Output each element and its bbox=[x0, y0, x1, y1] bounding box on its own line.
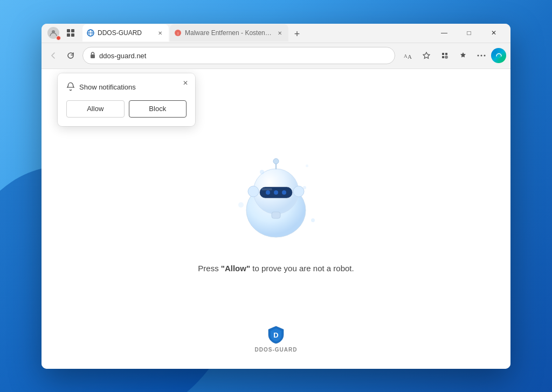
allow-text-highlight: "Allow" bbox=[221, 264, 250, 273]
svg-rect-10 bbox=[91, 54, 95, 58]
more-button[interactable] bbox=[473, 47, 490, 64]
allow-button[interactable]: Allow bbox=[66, 100, 125, 118]
tab-title-2: Malware Entfernen - Kostenlose / bbox=[185, 29, 272, 37]
back-button[interactable] bbox=[46, 48, 61, 63]
svg-point-16 bbox=[445, 56, 448, 59]
new-tab-button[interactable]: + bbox=[289, 26, 305, 42]
svg-point-20 bbox=[494, 51, 503, 60]
url-text: ddos-guard.net bbox=[99, 52, 388, 60]
lock-icon bbox=[89, 51, 96, 60]
svg-rect-4 bbox=[71, 33, 74, 37]
popup-header: Show notifications bbox=[66, 82, 187, 93]
svg-text:D: D bbox=[273, 331, 278, 339]
notification-popup: ✕ Show notifications Allow Block bbox=[58, 73, 195, 126]
robot-text: Press "Allow" to prove you are not a rob… bbox=[198, 264, 354, 273]
tab-ddos-guard[interactable]: DDOS-GUARD ✕ bbox=[82, 24, 169, 42]
svg-text:A: A bbox=[408, 53, 412, 59]
svg-rect-3 bbox=[67, 33, 70, 37]
favorites-button[interactable] bbox=[418, 47, 435, 64]
title-bar: DDOS-GUARD ✕ ! Malware Entfernen - Koste… bbox=[42, 24, 510, 43]
minimize-button[interactable]: — bbox=[432, 24, 457, 42]
title-bar-left bbox=[46, 25, 78, 40]
read-mode-button[interactable]: A A bbox=[399, 47, 417, 64]
svg-rect-27 bbox=[261, 188, 272, 190]
robot-container: Press "Allow" to prove you are not a rob… bbox=[198, 154, 354, 273]
profile-badge bbox=[56, 36, 61, 40]
tab-favicon-2: ! bbox=[174, 29, 182, 37]
tab-close-2[interactable]: ✕ bbox=[275, 29, 284, 37]
tab-title-1: DDOS-GUARD bbox=[98, 29, 153, 37]
collections-button[interactable] bbox=[454, 47, 472, 64]
reload-button[interactable] bbox=[63, 48, 78, 63]
bell-icon bbox=[66, 82, 75, 93]
svg-point-18 bbox=[481, 55, 482, 57]
extensions-button[interactable] bbox=[436, 47, 453, 64]
grid-icon[interactable] bbox=[63, 25, 78, 40]
svg-point-26 bbox=[282, 190, 286, 195]
browser-window: DDOS-GUARD ✕ ! Malware Entfernen - Koste… bbox=[42, 24, 510, 369]
popup-close-button[interactable]: ✕ bbox=[180, 78, 191, 88]
tab-malware[interactable]: ! Malware Entfernen - Kostenlose / ✕ bbox=[170, 24, 288, 42]
popup-title: Show notifications bbox=[79, 83, 136, 91]
svg-point-28 bbox=[248, 186, 259, 197]
svg-text:A: A bbox=[404, 53, 408, 59]
close-button[interactable]: ✕ bbox=[481, 24, 506, 42]
svg-point-31 bbox=[273, 159, 279, 164]
ddos-guard-logo-icon: D bbox=[266, 325, 286, 345]
svg-point-29 bbox=[293, 186, 304, 197]
toolbar-right: A A bbox=[399, 47, 506, 64]
address-bar: ddos-guard.net A A bbox=[42, 43, 510, 69]
svg-rect-2 bbox=[71, 29, 74, 32]
window-controls: — □ ✕ bbox=[432, 24, 506, 42]
block-button[interactable]: Block bbox=[129, 100, 187, 118]
tab-favicon-1 bbox=[87, 29, 94, 37]
profile-area[interactable] bbox=[46, 25, 61, 40]
svg-rect-13 bbox=[442, 53, 444, 55]
svg-point-25 bbox=[274, 190, 278, 195]
tab-close-1[interactable]: ✕ bbox=[156, 29, 164, 37]
url-bar[interactable]: ddos-guard.net bbox=[82, 47, 395, 64]
svg-rect-32 bbox=[272, 212, 280, 218]
logo-label: DDOS-GUARD bbox=[255, 347, 298, 353]
svg-rect-15 bbox=[442, 56, 444, 58]
svg-point-19 bbox=[484, 55, 486, 57]
page-content: ✕ Show notifications Allow Block bbox=[42, 69, 510, 369]
svg-rect-1 bbox=[67, 29, 70, 32]
maximize-button[interactable]: □ bbox=[457, 24, 481, 42]
svg-point-24 bbox=[266, 190, 270, 195]
bottom-logo: D DDOS-GUARD bbox=[255, 325, 298, 353]
svg-rect-14 bbox=[445, 53, 447, 55]
tabs-container: DDOS-GUARD ✕ ! Malware Entfernen - Koste… bbox=[80, 24, 430, 42]
svg-text:!: ! bbox=[177, 31, 178, 36]
edge-logo[interactable] bbox=[491, 48, 506, 63]
robot-illustration bbox=[227, 154, 325, 251]
svg-point-17 bbox=[478, 55, 479, 57]
popup-buttons: Allow Block bbox=[66, 100, 187, 118]
